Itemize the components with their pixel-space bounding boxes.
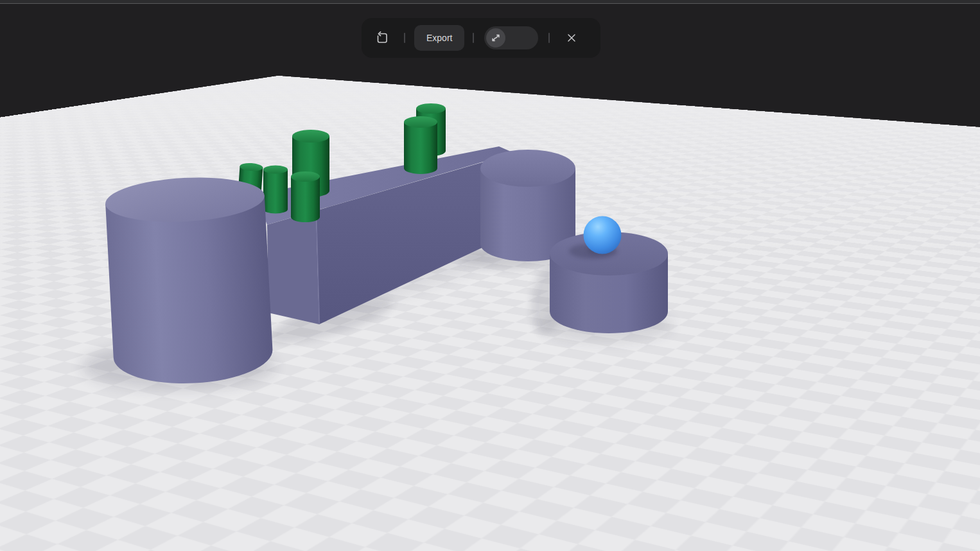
object-small-green-cylinder-3[interactable]: [291, 171, 320, 222]
scene-objects-layer: [0, 0, 980, 551]
3d-viewport[interactable]: [0, 0, 980, 551]
toolbar-divider: [548, 33, 550, 43]
export-button-label: Export: [426, 33, 452, 43]
app-window: Export: [0, 0, 980, 551]
close-button[interactable]: [561, 27, 582, 49]
close-icon: [565, 31, 578, 44]
floating-toolbar: Export: [362, 18, 600, 58]
export-button[interactable]: Export: [414, 25, 464, 51]
object-large-purple-cylinder[interactable]: [104, 174, 274, 388]
expand-arrows-icon: [489, 31, 502, 44]
top-statusbar: [0, 0, 980, 3]
object-small-green-cylinder-2[interactable]: [263, 166, 288, 214]
toolbar-divider: [473, 33, 474, 43]
object-tall-green-cylinder-front[interactable]: [404, 116, 437, 174]
expand-toggle[interactable]: [484, 26, 538, 49]
toolbar-divider: [404, 33, 405, 43]
reset-view-button[interactable]: [371, 27, 393, 49]
reset-frame-icon: [375, 31, 389, 45]
object-blue-sphere[interactable]: [584, 216, 622, 254]
expand-toggle-thumb: [486, 28, 505, 48]
